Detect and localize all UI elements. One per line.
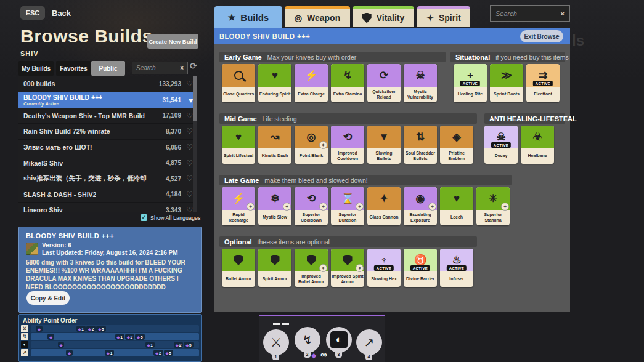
upgrade-point-2: ◆2 <box>153 350 163 356</box>
build-list-item[interactable]: SLASH & DASH - SHIV24,184♡ <box>18 187 197 203</box>
build-list-item[interactable]: Linepro Shiv3,343♡ <box>18 203 197 212</box>
recharge-icon: ⚡ <box>232 192 245 205</box>
heart-icon[interactable]: ♡ <box>186 190 193 199</box>
item-card-fleetfoot[interactable]: ⇉ACTIVEFleetfoot <box>526 64 560 102</box>
heart-icon[interactable]: ♥ <box>189 96 193 105</box>
item-card-sprint-boots[interactable]: ≫Sprint Boots <box>490 64 523 102</box>
section-title: ANTI HEALING-LIFESTEAL <box>489 115 577 123</box>
build-name: MikaelS Shiv <box>23 159 63 167</box>
item-card-improved-cooldown[interactable]: ⟲Improved Cooldown <box>331 126 364 164</box>
item-card-kinetic-dash[interactable]: ↝Kinetic Dash <box>258 126 291 164</box>
item-card-pristine-emblem[interactable]: ◈Pristine Emblem <box>440 126 473 164</box>
build-list-item[interactable]: Элвис мать его ШОТ!6,056♡ <box>18 140 197 156</box>
diamond-icon: ◆ <box>311 352 316 360</box>
heart-icon[interactable]: ♡ <box>186 206 193 212</box>
item-card-enduring-spirit[interactable]: ♥Enduring Spirit <box>258 64 291 102</box>
tab-vitality[interactable]: Vitality <box>353 6 414 27</box>
hex-icon: ♆ <box>380 254 388 267</box>
item-card-improved-spirit-armor[interactable]: ◆Improved Spirit Armor <box>331 249 364 287</box>
section-header-mid: Mid GameLife steeling <box>219 113 477 124</box>
build-list-item[interactable]: shiv推荐出装（先手，突进，秒杀，低冷却）4,527♡ <box>18 171 197 187</box>
search-placeholder: Search <box>495 10 561 17</box>
heart-icon[interactable]: ♡ <box>186 111 193 120</box>
active-badge: ACTIVE <box>460 81 480 86</box>
build-list-item[interactable]: Rain Shiv Build 72% winrate8,370♡ <box>18 124 197 140</box>
item-card-slowing-hex[interactable]: ♆ACTIVESlowing Hex <box>367 249 401 287</box>
item-card-extra-charge[interactable]: ⚡Extra Charge <box>295 64 328 102</box>
items-search-input[interactable]: Search × <box>490 5 570 22</box>
browse-tab-my-builds[interactable]: My Builds <box>18 61 54 76</box>
item-card-healing-rite[interactable]: +ACTIVEHealing Rite <box>454 64 487 102</box>
show-all-languages-label: Show All Languages <box>150 215 201 221</box>
build-list-item[interactable]: Deathy's Weapon Shiv - Top MMR Build17,1… <box>18 108 197 124</box>
upgrade-badge-icon: ◆ <box>319 203 327 211</box>
item-card-improved-bullet-armor[interactable]: ◆Improved Bullet Armor <box>295 249 328 287</box>
builds-search-input[interactable]: Search × <box>132 62 188 74</box>
item-card-decay[interactable]: ☠ACTIVEDecay <box>484 126 518 164</box>
tab-spirit[interactable]: ✦Spirit <box>417 6 470 27</box>
item-card-soul-shredder-bullets[interactable]: ⇅Soul Shredder Bullets <box>404 126 437 164</box>
upgrade-point-1: ◆1 <box>145 342 155 348</box>
section-title: Early Game <box>224 54 262 61</box>
item-card-mystic-vulnerability[interactable]: ☠Mystic Vulnerability <box>404 64 437 102</box>
heart-icon[interactable]: ♡ <box>186 174 193 183</box>
browse-tab-favorites[interactable]: Favorites <box>56 61 91 76</box>
item-card-quicksilver-reload[interactable]: ⟳Quicksilver Reload <box>367 64 401 102</box>
build-list-item[interactable]: BLOODY SHIV BUILD +++Currently Active31,… <box>18 92 197 108</box>
item-card-escalating-exposure[interactable]: ◉◆Escalating Exposure <box>404 187 437 225</box>
spirit-tab-icon: ✦ <box>426 13 434 23</box>
cannon-icon: ✦ <box>380 192 388 205</box>
item-card-healbane[interactable]: ☣Healbane <box>521 126 554 164</box>
item-card-leech[interactable]: ♥Leech <box>440 187 473 225</box>
build-list-item[interactable]: MikaelS Shiv4,875♡ <box>18 155 197 171</box>
hero-ability-2: ↯ <box>295 327 320 353</box>
checkbox-checked-icon[interactable]: ✓ <box>141 214 147 221</box>
author-avatar <box>26 243 38 255</box>
heart-icon[interactable]: ♡ <box>186 79 193 88</box>
item-card-slowing-bullets[interactable]: ▼Slowing Bullets <box>367 126 401 164</box>
item-card-spirit-lifesteal[interactable]: ♥Spirit Lifesteal <box>222 126 255 164</box>
create-new-build-button[interactable]: Create New Build <box>147 34 198 49</box>
dash-ability-icon: ↯ <box>21 333 28 340</box>
item-card-close-quarters[interactable]: Close Quarters <box>222 64 255 102</box>
lifesteal-icon: ♥ <box>235 131 242 143</box>
item-card-infuser[interactable]: ♨ACTIVEInfuser <box>440 249 473 287</box>
heart-icon[interactable]: ♡ <box>186 143 193 151</box>
item-card-superior-stamina[interactable]: ✳◆Superior Stamina <box>476 187 510 225</box>
exit-browse-button[interactable]: Exit Browse <box>520 30 563 42</box>
back-button[interactable]: Back <box>52 9 71 18</box>
refresh-icon[interactable]: ⟳ <box>190 61 197 71</box>
item-icon-area: ⇅ <box>404 126 437 148</box>
heart-icon[interactable]: ♡ <box>186 127 193 135</box>
copy-edit-button[interactable]: Copy & Edit <box>26 291 70 305</box>
heart-icon[interactable]: ♡ <box>186 159 193 167</box>
clear-search-icon[interactable]: × <box>561 10 565 17</box>
reload-icon: ⟳ <box>380 69 388 82</box>
item-card-divine-barrier[interactable]: ♉ACTIVEDivine Barrier <box>404 249 437 287</box>
item-card-spirit-armor[interactable]: Spirit Armor <box>258 249 291 287</box>
browse-tab-public[interactable]: Public <box>91 61 125 76</box>
clear-search-icon[interactable]: × <box>180 65 184 71</box>
section-header-anti: ANTI HEALING-LIFESTEAL <box>484 113 565 124</box>
item-card-bullet-armor[interactable]: Bullet Armor <box>222 249 255 287</box>
upgrade-point-2: ◆2 <box>86 326 96 332</box>
item-card-glass-cannon[interactable]: ✦Glass Cannon <box>367 187 401 225</box>
show-all-languages[interactable]: ✓ Show All Languages <box>141 214 201 221</box>
item-card-superior-cooldown[interactable]: ⟲◆Superior Cooldown <box>295 187 328 225</box>
scrollbar-thumb[interactable] <box>193 76 197 121</box>
item-card-mystic-slow[interactable]: ❄◆Mystic Slow <box>258 187 291 225</box>
item-card-point-blank[interactable]: ◎◆Point Blank <box>295 126 328 164</box>
tab-label: Weapon <box>307 13 340 23</box>
ability-pip <box>273 323 280 325</box>
item-card-extra-stamina[interactable]: ↯Extra Stamina <box>331 64 364 102</box>
item-name: Improved Cooldown <box>332 149 364 163</box>
esc-key[interactable]: ESC <box>20 6 45 20</box>
build-list-item[interactable]: 000 builds133,293♡ <box>18 76 197 92</box>
active-badge: ACTIVE <box>374 265 394 271</box>
item-card-superior-duration[interactable]: ⌛◆Superior Duration <box>331 187 364 225</box>
tab-weapon[interactable]: ◎Weapon <box>285 6 350 27</box>
upgrade-point-1: ◆1 <box>105 350 114 356</box>
item-card-rapid-recharge[interactable]: ⚡◆Rapid Recharge <box>222 187 255 225</box>
tab-builds[interactable]: ★Builds <box>214 6 282 28</box>
build-list: 000 builds133,293♡BLOODY SHIV BUILD +++C… <box>18 76 197 212</box>
